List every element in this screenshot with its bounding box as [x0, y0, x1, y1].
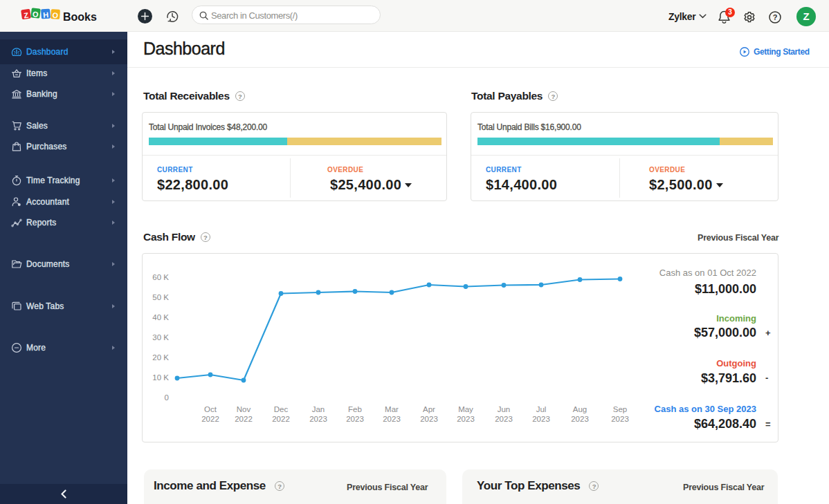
svg-text:2023: 2023	[611, 415, 629, 423]
svg-text:2023: 2023	[346, 415, 364, 423]
svg-text:2023: 2023	[420, 415, 438, 423]
svg-text:Books: Books	[63, 11, 97, 23]
svg-text:0: 0	[165, 393, 169, 402]
svg-text:$11,000.00: $11,000.00	[695, 282, 756, 296]
svg-text:2023: 2023	[571, 415, 589, 423]
svg-text:$3,791.60: $3,791.60	[701, 371, 756, 385]
svg-text:Outgoing: Outgoing	[716, 358, 756, 368]
svg-text:2022: 2022	[201, 415, 219, 423]
svg-text:Oct: Oct	[204, 405, 217, 413]
svg-text:Aug: Aug	[573, 405, 587, 413]
svg-text:Jul: Jul	[536, 405, 547, 413]
svg-text:Cash as on 01 Oct 2022: Cash as on 01 Oct 2022	[659, 268, 756, 278]
svg-text:60 K: 60 K	[152, 273, 169, 281]
svg-text:May: May	[458, 405, 473, 413]
svg-text:Dec: Dec	[274, 405, 289, 413]
svg-text:Feb: Feb	[348, 405, 362, 413]
svg-text:2023: 2023	[383, 415, 401, 423]
svg-text:H: H	[43, 10, 49, 19]
svg-text:2023: 2023	[495, 415, 513, 423]
svg-text:Sep: Sep	[613, 405, 627, 413]
svg-text:Incoming: Incoming	[716, 313, 756, 324]
svg-text:2022: 2022	[235, 415, 253, 423]
svg-text:Jun: Jun	[498, 405, 511, 413]
svg-text:$64,208.40: $64,208.40	[694, 417, 756, 431]
svg-text:Mar: Mar	[385, 405, 399, 413]
svg-text:2022: 2022	[272, 415, 290, 423]
svg-text:2023: 2023	[532, 415, 550, 423]
svg-text:-: -	[765, 373, 768, 383]
svg-text:10 K: 10 K	[152, 373, 169, 382]
svg-text:$57,000.00: $57,000.00	[694, 326, 756, 339]
svg-text:+: +	[765, 328, 771, 338]
svg-text:2023: 2023	[457, 415, 475, 423]
svg-text:Apr: Apr	[423, 405, 435, 413]
svg-text:Jan: Jan	[312, 405, 325, 413]
svg-text:20 K: 20 K	[152, 353, 169, 362]
svg-text:Cash as on 30 Sep 2023: Cash as on 30 Sep 2023	[655, 404, 756, 414]
svg-text:50 K: 50 K	[152, 293, 169, 301]
svg-text:2023: 2023	[309, 415, 327, 423]
svg-text:=: =	[765, 419, 771, 429]
svg-text:O: O	[52, 11, 59, 20]
svg-text:Nov: Nov	[237, 405, 251, 413]
svg-text:30 K: 30 K	[152, 333, 169, 342]
svg-text:40 K: 40 K	[152, 313, 169, 321]
svg-text:?: ?	[773, 13, 778, 21]
